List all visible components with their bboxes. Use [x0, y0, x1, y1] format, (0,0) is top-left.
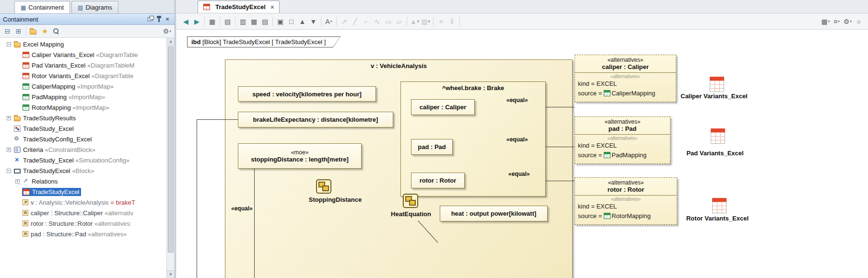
tree-item[interactable]: TradeStudy_Excel: [0, 123, 166, 134]
tab-containment[interactable]: ▦ Containment: [14, 1, 70, 13]
alternatives-pad-box[interactable]: «alternatives» pad : Pad «alternatives» …: [575, 116, 670, 164]
tree-item-label: v : Analysis::VehicleAnalysis = brakeT: [31, 199, 135, 206]
diagram-table-button[interactable]: ▥: [237, 16, 248, 27]
favorites-button[interactable]: ★: [39, 26, 50, 37]
close-panel-button[interactable]: ×: [163, 15, 172, 23]
tree-scrollbar[interactable]: ▲ ▼: [166, 38, 175, 278]
tree-item[interactable]: +TradeStudyResults: [0, 113, 166, 123]
connector-left-vertical[interactable]: [197, 119, 197, 278]
line-tool-icon: ╱: [353, 18, 357, 25]
window-layout-button[interactable]: ▦▾: [820, 16, 831, 27]
tree-item[interactable]: CaliperMapping «ImportMap»: [0, 81, 166, 92]
generate-report-button[interactable]: ▤: [222, 16, 233, 27]
move-down-button[interactable]: ▼: [308, 16, 319, 27]
highlight-tool-button[interactable]: ▲▾: [409, 16, 420, 27]
tree-item[interactable]: caliper : Structure::Caliper «alternativ: [0, 208, 166, 218]
paste-button[interactable]: □: [286, 16, 297, 27]
stoppingdistance-part[interactable]: «moe» stoppingDistance : length[metre]: [238, 143, 362, 169]
rotor-part[interactable]: rotor : Rotor: [411, 173, 465, 188]
scroll-up-button[interactable]: ▲: [167, 38, 175, 46]
tree-item[interactable]: PadMapping «ImportMap»: [0, 92, 166, 102]
tree-indent: [7, 137, 11, 141]
select-in-containment-tree-button[interactable]: ▦: [207, 16, 218, 27]
pin-panel-button[interactable]: [154, 15, 163, 23]
dropdown-caret-icon: ▾: [838, 19, 840, 23]
rectangle-tool-button[interactable]: ▭: [383, 16, 394, 27]
tab-diagrams[interactable]: ▧ Diagrams: [71, 1, 118, 13]
brake-title: ^wheel.brake : Brake: [401, 82, 545, 92]
image-shape-button[interactable]: ▨▾: [420, 16, 431, 27]
tree-item[interactable]: +Relations: [0, 176, 166, 186]
diagram-matrix-button[interactable]: ▦: [248, 16, 259, 27]
align-button[interactable]: ≡: [435, 16, 446, 27]
tab-tradestudyexcel[interactable]: TradeStudyExcel ×: [198, 0, 280, 13]
dependency-tool-button[interactable]: ↗: [339, 16, 350, 27]
distribute-button[interactable]: ‖: [446, 16, 457, 27]
scroll-down-button[interactable]: ▼: [167, 270, 175, 278]
tree-expander-plus-icon[interactable]: +: [7, 116, 11, 120]
connector-stoppingdistance[interactable]: [254, 169, 255, 278]
close-tab-button[interactable]: ×: [270, 3, 274, 11]
heat-part[interactable]: heat : output power[kilowatt]: [440, 206, 548, 221]
scrollbar-thumb[interactable]: [168, 46, 174, 253]
import-map-icon: [23, 104, 29, 111]
move-up-button[interactable]: ▲: [297, 16, 308, 27]
tree-item[interactable]: v : Analysis::VehicleAnalysis = brakeT: [0, 197, 166, 208]
pad-variants-table-icon[interactable]: [711, 128, 725, 144]
float-window-button[interactable]: [146, 15, 154, 23]
pad-part[interactable]: pad : Pad: [411, 139, 453, 155]
stoppingdistance-label: stoppingDistance : length[metre]: [251, 156, 349, 163]
move-up-icon: ▲: [299, 18, 306, 25]
text-tool-button[interactable]: A▾: [323, 16, 334, 27]
tree-item[interactable]: rotor : Structure::Rotor «alternatives:: [0, 218, 166, 229]
diagram-options-button[interactable]: ⚙▾: [842, 16, 853, 27]
tree-expander-minus-icon[interactable]: −: [7, 42, 11, 46]
tree-item[interactable]: TradeStudyConfig_Excel: [0, 134, 166, 144]
polyline-tool-button[interactable]: ⌐: [361, 16, 372, 27]
list-view-button[interactable]: ≡▾: [831, 16, 842, 27]
connector-left-horizontal[interactable]: [197, 119, 238, 120]
folder-icon: [14, 116, 21, 121]
tree-expander-plus-icon[interactable]: +: [7, 148, 11, 152]
toolbar-separator: [459, 17, 460, 26]
collapse-selected-button[interactable]: ⊞: [13, 26, 24, 37]
brakelifeexpectancy-part[interactable]: brakeLifeExpectancy : distance[kilometre…: [238, 112, 393, 127]
tree-item[interactable]: +Criteria «ConstraintBlock»: [0, 144, 166, 155]
collapse-all-button[interactable]: ⊟: [2, 26, 13, 37]
tree-item[interactable]: −TradeStudyExcel «Block»: [0, 165, 166, 176]
tree-item[interactable]: Pad Variants_Excel «DiagramTableM: [0, 60, 166, 70]
frame-kind: ibd: [191, 38, 201, 46]
diagram-map-button[interactable]: ▤: [259, 16, 270, 27]
tree-item[interactable]: Rotor Variants_Excel «DiagramTable: [0, 70, 166, 81]
line-tool-button[interactable]: ╱: [350, 16, 361, 27]
tree-item[interactable]: pad : Structure::Pad «alternatives»: [0, 229, 166, 239]
search-button[interactable]: [50, 26, 61, 37]
tree-item[interactable]: Caliper Variants_Excel «DiagramTable: [0, 49, 166, 60]
open-diagram-button[interactable]: [28, 26, 39, 37]
tree-item[interactable]: TradeStudy_Excel «SimulationConfig»: [0, 155, 166, 165]
caliper-variants-table-icon[interactable]: [710, 77, 724, 92]
tree-item[interactable]: −Excel Mapping: [0, 39, 166, 49]
open-diagram-icon: [30, 30, 36, 35]
tree-item[interactable]: TradeStudyExcel: [0, 186, 166, 197]
heatequation-constraint-icon[interactable]: [403, 194, 418, 208]
copy-button[interactable]: ▣: [275, 16, 286, 27]
caliper-part[interactable]: caliper : Caliper: [411, 99, 475, 115]
tree-expander-plus-icon[interactable]: +: [15, 179, 20, 184]
panel-options-button[interactable]: ⚙▾: [162, 26, 173, 37]
rotor-variants-table-icon[interactable]: [712, 198, 727, 213]
speed-part[interactable]: speed : velocity[kilometres per hour]: [238, 86, 376, 102]
forward-button[interactable]: ▶: [191, 16, 202, 27]
tree-expander-minus-icon[interactable]: −: [7, 169, 11, 173]
alternatives-rotor-box[interactable]: «alternatives» rotor : Rotor «alternativ…: [575, 177, 677, 225]
alternatives-caliper-box[interactable]: «alternatives» caliper : Caliper «altern…: [575, 55, 676, 102]
note-tool-button[interactable]: ▱: [394, 16, 405, 27]
stoppingdistance-constraint-icon[interactable]: [316, 179, 331, 194]
diagram-canvas[interactable]: ibd [Block] TradeStudyExcel [ TradeStudy…: [176, 30, 868, 278]
tree-item-label: RotorMapping «ImportMap»: [32, 104, 109, 111]
tree-item[interactable]: RotorMapping «ImportMap»: [0, 102, 166, 113]
alt-caliper-body: «alternatives» kind = EXCEL source =Cali…: [575, 73, 676, 102]
back-button[interactable]: ◀: [180, 16, 191, 27]
zoom-button[interactable]: ○: [853, 16, 864, 27]
curve-tool-button[interactable]: ∿: [372, 16, 383, 27]
